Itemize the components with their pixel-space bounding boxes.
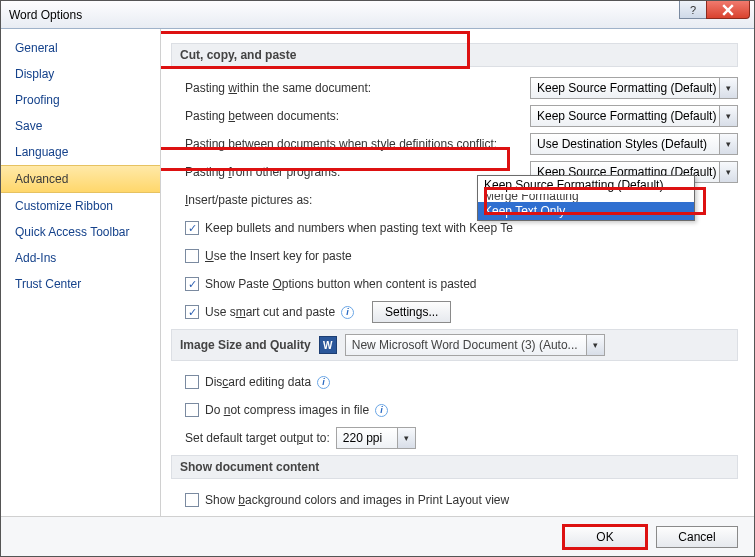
window-buttons <box>680 1 750 19</box>
discard-editing-label: Discard editing data <box>205 375 311 389</box>
default-target-value: 220 ppi <box>343 431 382 445</box>
paste-other-dropdown[interactable]: Keep Source Formatting (Default) Merge F… <box>477 175 695 221</box>
show-paste-options-label: Show Paste Options button when content i… <box>205 277 477 291</box>
chevron-down-icon <box>719 162 737 182</box>
paste-between-label: Pasting between documents: <box>185 109 339 123</box>
sidebar-item-qat[interactable]: Quick Access Toolbar <box>1 219 160 245</box>
paste-between-value: Keep Source Formatting (Default) <box>537 109 716 123</box>
sidebar-item-save[interactable]: Save <box>1 113 160 139</box>
section-image-size: Image Size and Quality W New Microsoft W… <box>171 329 738 361</box>
sidebar-item-advanced[interactable]: Advanced <box>1 165 160 193</box>
paste-within-label: Pasting within the same document: <box>185 81 371 95</box>
section-show-doc: Show document content <box>171 455 738 479</box>
no-compress-checkbox[interactable] <box>185 403 199 417</box>
image-doc-select[interactable]: New Microsoft Word Document (3) (Auto... <box>345 334 605 356</box>
insert-pictures-label: Insert/paste pictures as: <box>185 193 312 207</box>
ok-button-label: OK <box>596 530 613 544</box>
chevron-down-icon <box>719 106 737 126</box>
sidebar-item-language[interactable]: Language <box>1 139 160 165</box>
paste-other-label: Pasting from other programs: <box>185 165 340 179</box>
cancel-button-label: Cancel <box>678 530 715 544</box>
chevron-down-icon <box>397 428 415 448</box>
use-insert-key-checkbox[interactable] <box>185 249 199 263</box>
paste-conflict-select[interactable]: Use Destination Styles (Default) <box>530 133 738 155</box>
ok-button[interactable]: OK <box>564 526 646 548</box>
paste-conflict-label: Pasting between documents when style def… <box>185 137 497 151</box>
sidebar-item-trust-center[interactable]: Trust Center <box>1 271 160 297</box>
info-icon <box>317 376 330 389</box>
chevron-down-icon <box>586 335 604 355</box>
section-cut-copy-paste: Cut, copy, and paste <box>171 43 738 67</box>
smart-cut-paste-checkbox[interactable] <box>185 305 199 319</box>
section-image-size-label: Image Size and Quality <box>180 338 311 352</box>
help-button[interactable] <box>679 1 707 19</box>
keep-bullets-checkbox[interactable] <box>185 221 199 235</box>
use-insert-key-label: Use the Insert key for paste <box>205 249 352 263</box>
close-icon <box>722 4 734 16</box>
close-button[interactable] <box>706 1 750 19</box>
sidebar-item-customize-ribbon[interactable]: Customize Ribbon <box>1 193 160 219</box>
dropdown-option[interactable]: Keep Source Formatting (Default) <box>478 176 694 194</box>
dropdown-option[interactable]: Merge Formatting <box>478 194 694 202</box>
keep-bullets-label: Keep bullets and numbers when pasting te… <box>205 221 513 235</box>
info-icon <box>375 404 388 417</box>
info-icon <box>341 306 354 319</box>
settings-button[interactable]: Settings... <box>372 301 451 323</box>
paste-conflict-value: Use Destination Styles (Default) <box>537 137 707 151</box>
word-icon: W <box>319 336 337 354</box>
cancel-button[interactable]: Cancel <box>656 526 738 548</box>
paste-within-select[interactable]: Keep Source Formatting (Default) <box>530 77 738 99</box>
chevron-down-icon <box>719 78 737 98</box>
dropdown-option-selected[interactable]: Keep Text Only <box>478 202 694 220</box>
discard-editing-checkbox[interactable] <box>185 375 199 389</box>
no-compress-label: Do not compress images in file <box>205 403 369 417</box>
sidebar-item-addins[interactable]: Add-Ins <box>1 245 160 271</box>
default-target-select[interactable]: 220 ppi <box>336 427 416 449</box>
sidebar-item-general[interactable]: General <box>1 35 160 61</box>
paste-within-value: Keep Source Formatting (Default) <box>537 81 716 95</box>
chevron-down-icon <box>719 134 737 154</box>
bg-colors-checkbox[interactable] <box>185 493 199 507</box>
settings-button-label: Settings... <box>385 305 438 319</box>
show-paste-options-checkbox[interactable] <box>185 277 199 291</box>
sidebar: General Display Proofing Save Language A… <box>1 29 161 516</box>
title-bar: Word Options <box>1 1 754 29</box>
bg-colors-label: Show background colors and images in Pri… <box>205 493 509 507</box>
dialog-footer: OK Cancel <box>1 516 754 556</box>
image-doc-value: New Microsoft Word Document (3) (Auto... <box>352 338 578 352</box>
default-target-label: Set default target output to: <box>185 431 330 445</box>
window-title: Word Options <box>9 8 82 22</box>
content-pane[interactable]: Cut, copy, and paste Pasting within the … <box>161 29 754 516</box>
sidebar-item-proofing[interactable]: Proofing <box>1 87 160 113</box>
sidebar-item-display[interactable]: Display <box>1 61 160 87</box>
smart-cut-paste-label: Use smart cut and paste <box>205 305 335 319</box>
paste-between-select[interactable]: Keep Source Formatting (Default) <box>530 105 738 127</box>
